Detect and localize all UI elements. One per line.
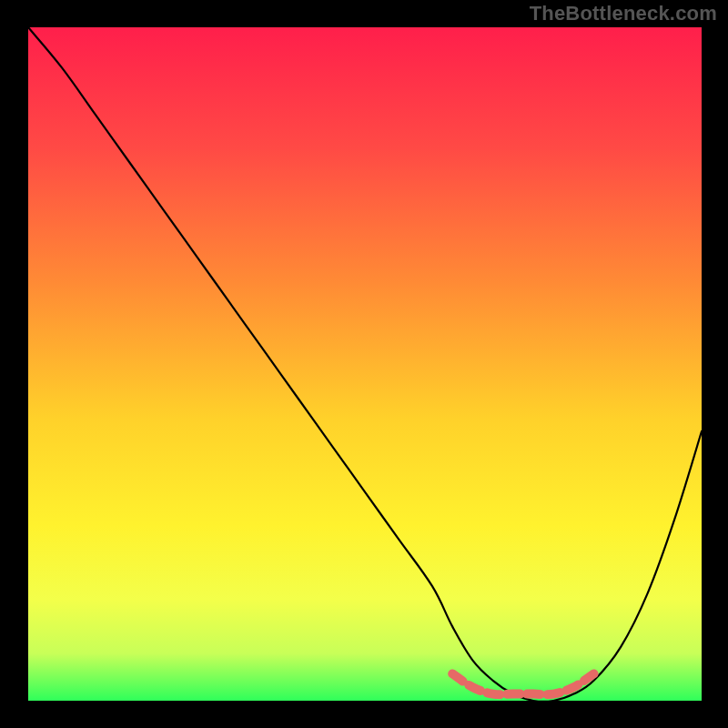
bottleneck-chart bbox=[0, 0, 728, 728]
chart-container: { "watermark": "TheBottleneck.com", "col… bbox=[0, 0, 728, 728]
plot-background bbox=[28, 27, 702, 701]
watermark-text: TheBottleneck.com bbox=[530, 2, 717, 25]
